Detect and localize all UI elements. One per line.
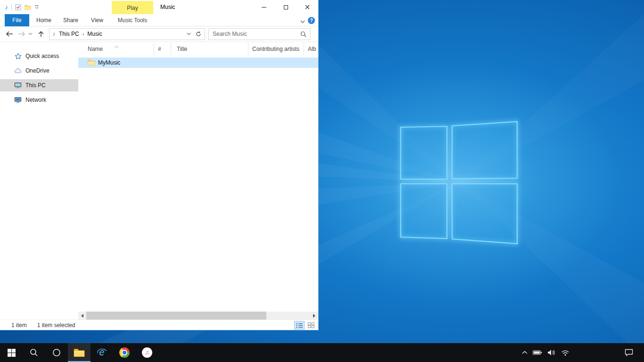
large-icons-view-button[interactable] (306, 321, 316, 329)
arrow-up-icon (38, 31, 44, 37)
network-icon (14, 96, 22, 104)
forward-button[interactable] (18, 31, 25, 37)
collapse-ribbon-button[interactable] (300, 18, 305, 25)
network-status-button[interactable] (561, 343, 570, 362)
scroll-right-button[interactable] (310, 312, 318, 320)
selection-count: 1 item selected (37, 322, 75, 329)
scrollbar-track[interactable] (86, 312, 310, 320)
chrome-icon (119, 347, 130, 358)
sidebar-item-label: OneDrive (25, 67, 50, 74)
ribbon-tab-row: File Home Share View Music Tools ? (0, 14, 318, 26)
column-header-contributing-artists[interactable]: Contributing artists (248, 42, 304, 56)
sidebar-item-this-pc[interactable]: This PC (0, 79, 78, 91)
close-icon (305, 5, 310, 9)
address-dropdown-button[interactable] (187, 33, 191, 35)
recent-locations-button[interactable] (28, 33, 33, 35)
cortana-circle-icon (52, 348, 61, 357)
itunes-icon: ♫ (142, 347, 152, 358)
list-item-label: MyMusic (98, 59, 120, 66)
taskbar-itunes-button[interactable]: ♫ (136, 343, 158, 362)
windows-logo-icon (8, 349, 16, 357)
sidebar-item-quick-access[interactable]: Quick access (0, 50, 78, 62)
help-button[interactable]: ? (308, 17, 315, 24)
column-header-title[interactable]: Title (171, 42, 248, 56)
sidebar-item-label: Network (25, 97, 46, 103)
volume-button[interactable] (547, 343, 556, 362)
cloud-icon (14, 67, 22, 74)
new-folder-icon[interactable] (25, 4, 31, 10)
action-center-button[interactable] (619, 343, 638, 362)
file-list: MyMusic (78, 56, 318, 312)
up-button[interactable] (38, 31, 44, 37)
column-header-number[interactable]: # (154, 42, 171, 56)
customize-qat-icon[interactable] (34, 5, 39, 9)
close-button[interactable] (297, 0, 318, 14)
sidebar-item-onedrive[interactable]: OneDrive (0, 65, 78, 77)
start-button[interactable] (0, 343, 23, 362)
cortana-button[interactable] (45, 343, 68, 362)
tab-file[interactable]: File (5, 14, 29, 26)
quick-access-toolbar: ♪ (5, 0, 39, 14)
battery-icon (533, 350, 542, 355)
tab-home[interactable]: Home (33, 14, 55, 26)
tab-group-music-tools[interactable]: Music Tools (112, 14, 153, 26)
taskbar-chrome-button[interactable] (113, 343, 136, 362)
status-bar: 1 item 1 item selected (0, 320, 318, 330)
minimize-icon (262, 7, 266, 8)
list-item-mymusic[interactable]: MyMusic (78, 58, 318, 68)
breadcrumb-music[interactable]: Music (87, 31, 102, 37)
chevron-down-icon (28, 33, 33, 35)
file-list-pane: Name # Title Contributing artists Alb My… (78, 42, 318, 320)
taskbar-internet-explorer-button[interactable]: e (91, 343, 113, 362)
explorer-body: Quick access OneDrive This PC Network (0, 42, 318, 320)
refresh-icon (196, 31, 201, 37)
navigation-pane: Quick access OneDrive This PC Network (0, 42, 78, 320)
column-header-name[interactable]: Name (78, 42, 154, 56)
file-explorer-icon (74, 348, 85, 357)
scroll-left-button[interactable] (78, 312, 86, 320)
tab-play-contextual[interactable]: Play (112, 1, 153, 15)
search-icon (30, 348, 38, 357)
refresh-button[interactable] (196, 31, 201, 37)
battery-status-button[interactable] (533, 343, 542, 362)
taskbar-file-explorer-button[interactable] (68, 343, 91, 362)
horizontal-scrollbar[interactable] (78, 312, 318, 320)
maximize-button[interactable] (275, 0, 297, 14)
back-button[interactable] (6, 31, 13, 37)
title-bar: ♪ Play Music (0, 0, 318, 14)
folder-icon (88, 59, 95, 66)
search-box[interactable] (208, 28, 311, 40)
taskbar-search-button[interactable] (23, 343, 45, 362)
arrow-right-icon (18, 31, 25, 37)
column-header-album[interactable]: Alb (304, 42, 342, 56)
internet-explorer-icon: e (96, 347, 107, 358)
details-view-button[interactable] (294, 321, 305, 329)
sidebar-item-label: Quick access (25, 53, 59, 59)
system-tray (522, 343, 570, 362)
tab-view[interactable]: View (86, 14, 108, 26)
taskbar: e ♫ (0, 343, 644, 362)
triangle-left-icon (81, 314, 83, 318)
wifi-icon (561, 350, 570, 356)
chevron-up-icon (522, 351, 528, 354)
properties-icon[interactable] (15, 4, 21, 10)
minimize-button[interactable] (253, 0, 275, 14)
scrollbar-thumb[interactable] (86, 312, 266, 320)
file-explorer-window: ♪ Play Music File Home Share View (0, 0, 319, 330)
separator (11, 4, 12, 10)
details-view-icon (296, 323, 303, 328)
svg-text:e: e (99, 347, 104, 357)
sidebar-item-network[interactable]: Network (0, 94, 78, 106)
show-hidden-icons-button[interactable] (522, 343, 528, 362)
window-title: Music (160, 0, 175, 14)
address-bar[interactable]: ♪ This PC › Music (49, 28, 205, 40)
search-input[interactable] (209, 31, 300, 37)
breadcrumb-this-pc[interactable]: This PC (59, 31, 79, 37)
music-note-icon: ♪ (52, 31, 55, 37)
triangle-right-icon (313, 314, 315, 318)
sidebar-item-label: This PC (25, 82, 46, 89)
chevron-right-icon[interactable]: › (83, 31, 84, 37)
tab-share[interactable]: Share (58, 14, 83, 26)
search-icon[interactable] (300, 31, 306, 37)
large-icons-view-icon (308, 322, 314, 328)
